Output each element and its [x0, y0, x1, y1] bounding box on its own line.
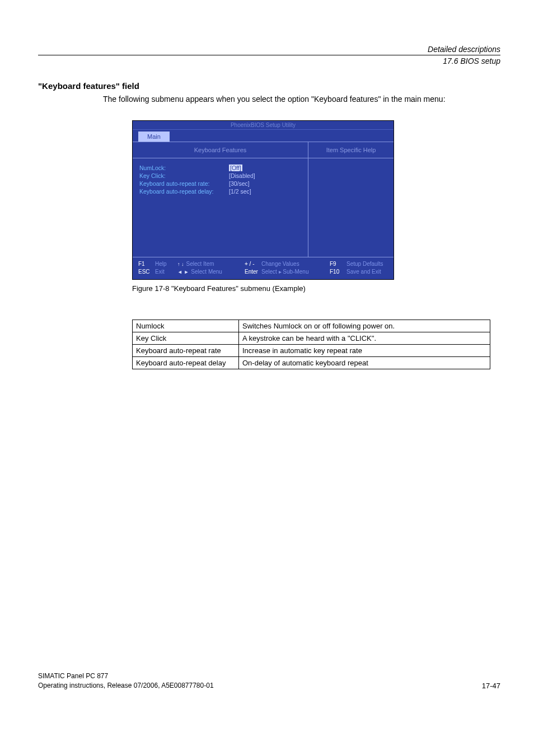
bios-item-value: [1/2 sec] — [229, 188, 251, 195]
bios-footer-bar: F1Help ESCExit ↑ ↓Select Item ◄ ►Select … — [133, 257, 394, 279]
bios-item-label: Keyboard auto-repeat rate: — [139, 180, 229, 187]
label-save-exit: Save and Exit — [346, 268, 381, 276]
bios-left-panel-title: Keyboard Features — [133, 142, 308, 158]
tab-main[interactable]: Main — [138, 132, 170, 142]
table-cell-key: Key Click — [133, 332, 239, 344]
header-title: Detailed descriptions — [38, 45, 500, 54]
bios-item-keyclick[interactable]: Key Click: [Disabled] — [139, 172, 301, 180]
figure-caption: Figure 17-8 "Keyboard Features" submenu … — [132, 284, 500, 293]
key-f9: F9 — [330, 260, 344, 268]
label-submenu: Select ▸ Sub-Menu — [261, 268, 309, 276]
label-exit: Exit — [155, 268, 165, 276]
table-cell-value: A keystroke can be heard with a "CLICK". — [239, 332, 490, 344]
section-intro-text: The following submenu appears when you s… — [103, 94, 500, 105]
header-subtitle: 17.6 BIOS setup — [38, 57, 500, 65]
bios-item-label: Key Click: — [139, 172, 229, 179]
label-help: Help — [155, 260, 167, 268]
table-cell-key: Numlock — [133, 320, 239, 332]
description-table: Numlock Switches Numlock on or off follo… — [132, 320, 490, 369]
table-row: Keyboard auto-repeat rate Increase in au… — [133, 344, 490, 356]
table-row: Keyboard auto-repeat delay On-delay of a… — [133, 356, 490, 369]
key-f10: F10 — [330, 268, 344, 276]
bios-item-value-selected: [Off] — [229, 165, 242, 171]
bios-help-body — [308, 158, 394, 257]
table-row: Key Click A keystroke can be heard with … — [133, 332, 490, 344]
table-row: Numlock Switches Numlock on or off follo… — [133, 320, 490, 332]
label-select-item: Select Item — [186, 260, 214, 268]
section-heading: "Keyboard features" field — [38, 81, 500, 91]
bios-item-value: [30/sec] — [229, 180, 250, 187]
bios-item-label: NumLock: — [139, 165, 229, 171]
bios-right-panel-title: Item Specific Help — [308, 142, 394, 158]
key-enter: Enter — [245, 268, 259, 276]
bios-window: PhoenixBIOS Setup Utility Main Keyboard … — [132, 120, 394, 280]
key-plusminus: + / - — [245, 260, 259, 268]
bios-item-label: Keyboard auto-repeat delay: — [139, 188, 229, 195]
table-cell-key: Keyboard auto-repeat delay — [133, 356, 239, 369]
label-setup-defaults: Setup Defaults — [346, 260, 383, 268]
table-cell-key: Keyboard auto-repeat rate — [133, 344, 239, 356]
key-esc: ESC — [138, 268, 153, 276]
page-footer: SIMATIC Panel PC 877 Operating instructi… — [38, 672, 500, 691]
arrow-updown-icon: ↑ ↓ — [177, 261, 184, 268]
table-cell-value: Increase in automatic key repeat rate — [239, 344, 490, 356]
bios-item-autorepeat-delay[interactable]: Keyboard auto-repeat delay: [1/2 sec] — [139, 187, 301, 195]
bios-left-panel: Keyboard Features NumLock: [Off] Key Cli… — [133, 142, 308, 257]
key-f1: F1 — [138, 260, 153, 268]
bios-item-value: [Disabled] — [229, 172, 255, 179]
bios-item-autorepeat-rate[interactable]: Keyboard auto-repeat rate: [30/sec] — [139, 180, 301, 187]
label-change-values: Change Values — [261, 260, 299, 268]
header-divider — [38, 55, 500, 55]
arrow-leftright-icon: ◄ ► — [177, 269, 189, 276]
bios-tab-row: Main — [133, 130, 394, 142]
bios-right-panel: Item Specific Help — [308, 142, 394, 257]
bios-item-numlock[interactable]: NumLock: [Off] — [139, 164, 301, 172]
page-number: 17-47 — [482, 682, 500, 690]
footer-line-1: SIMATIC Panel PC 877 — [38, 672, 214, 681]
table-cell-value: On-delay of automatic keyboard repeat — [239, 356, 490, 369]
table-cell-value: Switches Numlock on or off following pow… — [239, 320, 490, 332]
label-select-menu: Select Menu — [191, 268, 222, 276]
bios-utility-title: PhoenixBIOS Setup Utility — [133, 121, 394, 130]
footer-line-2: Operating instructions, Release 07/2006,… — [38, 681, 214, 691]
